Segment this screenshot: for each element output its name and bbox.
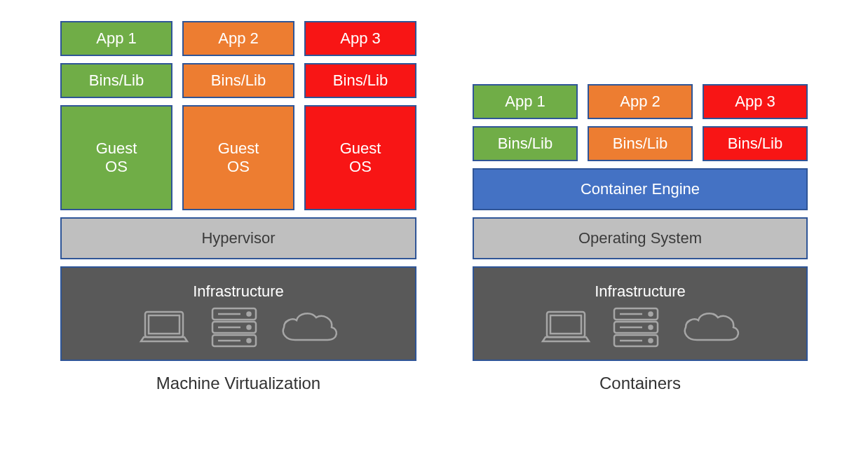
vm-stack: App 1 App 2 App 3 Bins/Lib Bins/Lib Bins…	[60, 21, 416, 393]
svg-rect-1	[149, 315, 179, 334]
vm-title: Machine Virtualization	[60, 374, 416, 393]
container-stack: App 1 App 2 App 3 Bins/Lib Bins/Lib Bins…	[473, 84, 808, 393]
vm-guestos-row: GuestOS GuestOS GuestOS	[60, 105, 416, 210]
server-icon	[609, 306, 663, 349]
svg-rect-12	[550, 315, 581, 334]
c-bins-2: Bins/Lib	[588, 126, 693, 161]
svg-point-9	[247, 325, 251, 329]
vm-bins-2: Bins/Lib	[182, 63, 294, 98]
cloud-icon	[277, 308, 340, 347]
vm-infra-icons	[137, 306, 340, 349]
container-engine: Container Engine	[473, 168, 808, 210]
vm-infrastructure: Infrastructure	[60, 266, 416, 361]
c-infrastructure-row: Infrastructure	[473, 266, 808, 361]
c-bins-1: Bins/Lib	[473, 126, 578, 161]
vm-app-row: App 1 App 2 App 3	[60, 21, 416, 56]
c-bins-row: Bins/Lib Bins/Lib Bins/Lib	[473, 126, 808, 161]
svg-point-19	[649, 312, 653, 315]
svg-point-20	[649, 325, 653, 329]
vm-guest-os-3: GuestOS	[304, 105, 416, 210]
server-icon	[207, 306, 262, 349]
vm-infrastructure-row: Infrastructure	[60, 266, 416, 361]
c-app-2: App 2	[588, 84, 693, 119]
c-infra-icons	[538, 306, 742, 349]
c-infrastructure-label: Infrastructure	[595, 282, 686, 301]
vm-app-3: App 3	[304, 21, 416, 56]
c-bins-3: Bins/Lib	[703, 126, 808, 161]
cloud-icon	[679, 308, 742, 347]
c-engine-row: Container Engine	[473, 168, 808, 210]
svg-point-8	[247, 312, 251, 315]
svg-point-21	[649, 339, 653, 342]
vm-guest-os-1: GuestOS	[60, 105, 172, 210]
laptop-icon	[137, 308, 191, 347]
diagram-wrapper: App 1 App 2 App 3 Bins/Lib Bins/Lib Bins…	[21, 21, 847, 393]
vm-bins-1: Bins/Lib	[60, 63, 172, 98]
vm-hypervisor: Hypervisor	[60, 217, 416, 259]
vm-guest-os-2: GuestOS	[182, 105, 294, 210]
vm-hypervisor-row: Hypervisor	[60, 217, 416, 259]
c-app-3: App 3	[703, 84, 808, 119]
vm-bins-row: Bins/Lib Bins/Lib Bins/Lib	[60, 63, 416, 98]
vm-app-2: App 2	[182, 21, 294, 56]
c-app-row: App 1 App 2 App 3	[473, 84, 808, 119]
c-app-1: App 1	[473, 84, 578, 119]
svg-point-10	[247, 339, 251, 342]
vm-infrastructure-label: Infrastructure	[193, 282, 284, 301]
vm-app-1: App 1	[60, 21, 172, 56]
c-os-row: Operating System	[473, 217, 808, 259]
laptop-icon	[538, 308, 593, 347]
vm-bins-3: Bins/Lib	[304, 63, 416, 98]
c-infrastructure: Infrastructure	[473, 266, 808, 361]
c-operating-system: Operating System	[473, 217, 808, 259]
c-title: Containers	[473, 374, 808, 393]
